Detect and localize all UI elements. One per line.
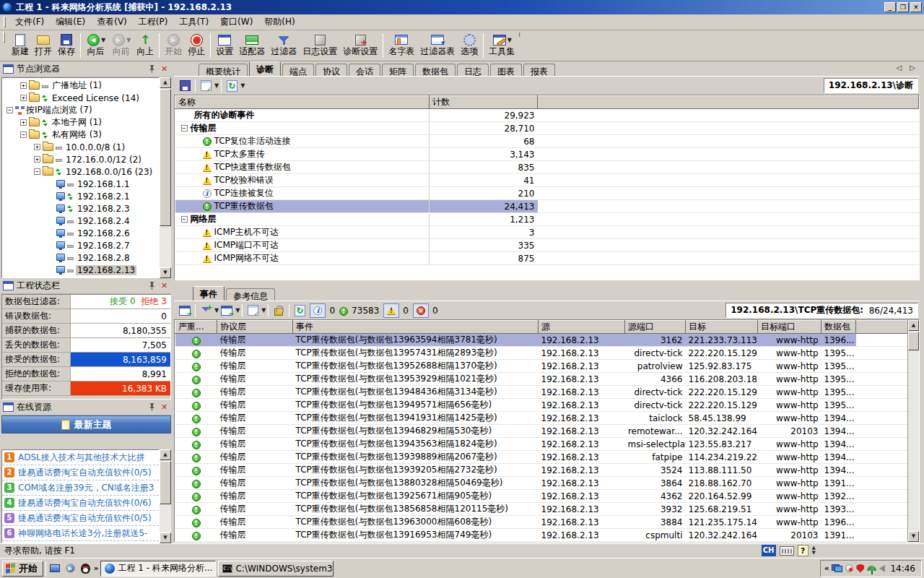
menu-item[interactable]: 编辑(E) [50, 14, 91, 30]
适配器-button[interactable]: 适配器 [236, 32, 268, 57]
event-row[interactable]: 传输层TCP重传数据包(与数据包13941931相隔1425毫秒)192.168… [175, 412, 908, 425]
resources-scrollbar[interactable]: ▲ ▼ [160, 449, 171, 543]
resource-link[interactable]: 3COM域名注册39元，CN域名注册3 [2, 480, 159, 496]
add-filter-icon[interactable] [199, 304, 213, 317]
column-header-目标端口[interactable]: 目标端口 [758, 321, 821, 334]
resource-link[interactable]: 5捷易通话费淘宝自动充值软件(0/5) [2, 511, 159, 526]
pin-icon[interactable] [147, 281, 157, 291]
tab-会话[interactable]: 会话 [349, 64, 380, 77]
tree-node-label[interactable]: 192.168.2.4 [76, 216, 131, 226]
counter-toggle-warn[interactable] [383, 303, 399, 318]
counter-toggle-ok[interactable] [339, 306, 348, 316]
column-header-源[interactable]: 源 [539, 321, 625, 334]
event-row[interactable]: 传输层TCP重传数据包(与数据包13953929相隔1021毫秒)192.168… [175, 373, 908, 386]
tree-node-label[interactable]: 私有网络 (3) [51, 129, 103, 141]
minimize-button[interactable]: _ [884, 2, 896, 12]
scroll-up-icon[interactable]: ▲ [908, 320, 919, 331]
tree-node[interactable]: +本地子网 (1) [2, 116, 159, 129]
language-indicator[interactable]: CH [762, 545, 776, 556]
tree-node-label[interactable]: 本地子网 (1) [51, 116, 103, 129]
tab-端点[interactable]: 端点 [282, 64, 314, 77]
toolbar-options-icon[interactable]: ▲▼ [812, 545, 816, 556]
event-row[interactable]: 传输层TCP重传数据包(与数据包13856858相隔120115毫秒)192.1… [175, 503, 908, 516]
打开-button[interactable]: 打开 [32, 32, 55, 57]
lock-icon[interactable] [271, 304, 286, 317]
tree-node[interactable]: −按IP端点浏览 (7) [2, 104, 159, 116]
column-header-数据包[interactable]: 数据包 [821, 321, 856, 334]
qq-icon[interactable] [79, 562, 92, 575]
volume-icon[interactable] [879, 565, 885, 572]
tree-node-label[interactable]: 192.168.2.6 [76, 228, 131, 238]
diagnosis-row[interactable]: TCP校验和错误41 [175, 174, 919, 187]
column-header-目标[interactable]: 目标 [686, 321, 758, 334]
update-icon[interactable] [845, 564, 853, 572]
tree-node[interactable]: +10.0.0.0/8 (1) [2, 141, 159, 153]
tray-collapse-icon[interactable]: « [824, 564, 829, 572]
collapse-icon[interactable]: − [181, 216, 188, 223]
日志设置-button[interactable]: 日志设置 [300, 32, 340, 57]
dropdown-arrow[interactable]: ▼ [507, 37, 512, 43]
选项-button[interactable]: 选项 [458, 32, 481, 57]
event-row[interactable]: 传输层TCP重传数据包(与数据包13908747相隔12621毫秒)192.16… [175, 542, 908, 543]
tab-概要统计[interactable]: 概要统计 [199, 64, 248, 77]
pin-icon[interactable] [147, 402, 157, 413]
scroll-down-icon[interactable]: ▼ [160, 267, 171, 278]
antivirus-shield-icon[interactable] [856, 564, 864, 573]
menu-item[interactable]: 工程(P) [133, 14, 174, 30]
resource-link-text[interactable]: ADSL接入技术与其他技术大比拼 [18, 452, 145, 464]
diagnosis-row[interactable]: −传输层28,710 [175, 122, 919, 135]
tab-数据包[interactable]: 数据包 [415, 64, 456, 77]
resource-link[interactable]: 1ADSL接入技术与其他技术大比拼 [2, 450, 159, 465]
event-row[interactable]: 传输层TCP重传数据包(与数据包13948436相隔3134毫秒)192.168… [175, 386, 908, 399]
diagnosis-row[interactable]: TCP连接被复位210 [175, 187, 919, 200]
event-row[interactable]: 传输层TCP重传数据包(与数据包13939889相隔2067毫秒)192.168… [175, 451, 908, 464]
dropdown-arrow[interactable]: ▼ [214, 82, 219, 89]
tab-参考信息[interactable]: 参考信息 [226, 288, 275, 301]
tree-node[interactable]: +Exceed License (14) [2, 92, 159, 104]
column-header-count[interactable]: 计数 [430, 96, 538, 109]
停止-button[interactable]: 停止 [185, 32, 208, 57]
event-row[interactable]: 传输层TCP重传数据包(与数据包13925671相隔905毫秒)192.168.… [175, 490, 908, 503]
tab-协议[interactable]: 协议 [315, 64, 347, 77]
resource-link[interactable]: 4捷易通话费淘宝自动充值软件(0/6) [2, 496, 159, 511]
tree-node[interactable]: 192.168.2.8 [2, 251, 159, 264]
tree-node-label[interactable]: 192.168.2.3 [76, 204, 131, 214]
dropdown-arrow[interactable]: ▼ [240, 82, 245, 89]
tree-node-label[interactable]: 192.168.2.1 [76, 191, 131, 202]
tree-node-label[interactable]: 192.168.2.7 [76, 241, 131, 251]
pin-icon[interactable] [147, 64, 157, 74]
expand-icon[interactable]: + [20, 82, 27, 89]
event-row[interactable]: 传输层TCP重传数据包(与数据包13916953相隔749毫秒)192.168.… [175, 529, 908, 542]
column-header-协议层[interactable]: 协议层 [217, 321, 293, 334]
tree-node[interactable]: 192.168.2.1 [2, 190, 159, 202]
task-button[interactable]: C:\C:\WINDOWS\system32... [218, 561, 334, 577]
quicklaunch-overflow-icon[interactable]: » [94, 564, 98, 572]
refresh-icon[interactable] [292, 304, 307, 317]
collapse-icon[interactable]: − [34, 168, 40, 175]
event-row[interactable]: 传输层TCP重传数据包(与数据包13952688相隔1370毫秒)192.168… [175, 360, 908, 373]
dropdown-arrow[interactable]: ▼ [214, 307, 219, 314]
tree-node[interactable]: 192.168.2.13 [2, 264, 159, 276]
diagnosis-row[interactable]: TCP重传数据包24,413 [175, 200, 919, 213]
toolbar-overflow-icon[interactable]: ⁞ [518, 32, 520, 38]
resource-link-text[interactable]: 神聊网络电话长途3分,注册就送5- [18, 527, 147, 540]
menu-item[interactable]: 文件(F) [9, 14, 50, 30]
名字表-button[interactable]: 名字表 [385, 32, 417, 57]
menu-item[interactable]: 工具(T) [173, 14, 214, 30]
tree-node[interactable]: +广播地址 (1) [2, 79, 159, 92]
scroll-thumb[interactable] [160, 89, 171, 226]
event-row[interactable]: 传输层TCP重传数据包(与数据包13949571相隔656毫秒)192.168.… [175, 399, 908, 412]
tree-node[interactable]: −192.168.0.0/16 (23) [2, 165, 159, 178]
menu-item[interactable]: 窗口(W) [214, 14, 258, 30]
scroll-down-icon[interactable]: ▼ [908, 531, 919, 542]
diagnosis-row[interactable]: TCP复位非活动连接68 [175, 135, 919, 148]
dropdown-arrow[interactable]: ▼ [261, 307, 266, 314]
events-scrollbar[interactable]: ▲ ▼ [907, 320, 919, 542]
event-row[interactable]: 传输层TCP重传数据包(与数据包13880328相隔50469毫秒)192.16… [175, 477, 908, 490]
close-icon[interactable]: ✕ [159, 281, 170, 291]
tree-node[interactable]: 192.168.2.4 [2, 215, 159, 227]
scroll-thumb[interactable] [908, 332, 919, 350]
新建-button[interactable]: 新建 [9, 32, 32, 57]
设置-button[interactable]: 设置 [213, 32, 236, 57]
event-row[interactable]: 传输层TCP重传数据包(与数据包13963000相隔608毫秒)192.168.… [175, 516, 908, 529]
